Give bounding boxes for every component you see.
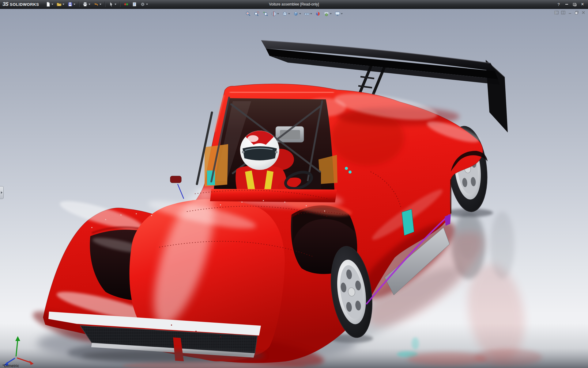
- pane-split-icon: [561, 11, 565, 14]
- window-controls: ? ×: [555, 1, 588, 8]
- view-settings-button[interactable]: [334, 10, 344, 17]
- undo-button[interactable]: [92, 1, 103, 8]
- dropdown-caret-icon[interactable]: [288, 13, 290, 14]
- zoom-fit-button[interactable]: [244, 10, 252, 17]
- dropdown-caret-icon[interactable]: [341, 13, 343, 14]
- pane-left-button[interactable]: [553, 10, 559, 15]
- hide-show-items-button[interactable]: [303, 10, 313, 17]
- minimize-button[interactable]: [563, 1, 570, 8]
- document-window-controls: [553, 10, 586, 15]
- close-button[interactable]: ×: [579, 1, 586, 8]
- edit-appearance-icon: [315, 11, 321, 17]
- view-settings-icon: [335, 11, 340, 17]
- doc-close-button[interactable]: [580, 10, 586, 15]
- open-button[interactable]: [55, 1, 66, 8]
- title-bar: ЗS SOLIDWORKS: [0, 0, 588, 9]
- rebuild-icon: [124, 2, 129, 7]
- previous-view-button[interactable]: [262, 10, 269, 17]
- select-cursor-icon: [109, 2, 114, 7]
- doc-close-icon: [581, 11, 586, 14]
- file-properties-icon: [132, 2, 137, 7]
- select-button[interactable]: [107, 1, 118, 8]
- dropdown-caret-icon[interactable]: [51, 4, 53, 5]
- doc-minimize-icon: [568, 11, 572, 14]
- dropdown-caret-icon[interactable]: [277, 13, 279, 14]
- save-icon: [68, 2, 73, 7]
- options-gear-icon: [140, 2, 145, 7]
- view-orientation-icon: [282, 11, 288, 17]
- open-folder-icon: [57, 2, 62, 7]
- pane-left-icon: [554, 11, 559, 14]
- main-toolbar: [44, 1, 149, 8]
- dropdown-caret-icon[interactable]: [310, 13, 312, 14]
- solidworks-window: ЗS SOLIDWORKS: [0, 0, 588, 368]
- view-orientation-button[interactable]: [281, 10, 291, 17]
- solidworks-logo-icon: ЗS: [2, 2, 8, 7]
- dropdown-caret-icon[interactable]: [74, 4, 75, 5]
- close-icon: ×: [581, 2, 584, 7]
- section-view-button[interactable]: [270, 10, 280, 17]
- new-document-button[interactable]: [44, 1, 55, 8]
- display-style-icon: [293, 11, 299, 17]
- dropdown-caret-icon[interactable]: [89, 4, 90, 5]
- expand-arrow-icon: [1, 191, 2, 194]
- zoom-area-icon: [254, 11, 259, 17]
- toolbar-separator: [79, 2, 79, 7]
- print-button[interactable]: [81, 1, 92, 8]
- solidworks-logo: ЗS SOLIDWORKS: [0, 0, 44, 9]
- heads-up-toolbar: [244, 10, 344, 17]
- section-view-icon: [271, 11, 277, 17]
- pane-split-button[interactable]: [560, 10, 566, 15]
- options-button[interactable]: [139, 1, 149, 8]
- restore-button[interactable]: [571, 1, 578, 8]
- print-icon: [83, 2, 88, 7]
- undo-icon: [94, 2, 99, 7]
- previous-view-icon: [262, 11, 268, 17]
- apply-scene-icon: [324, 11, 329, 17]
- hide-show-icon: [304, 11, 310, 17]
- restore-icon: [573, 3, 576, 6]
- model-scene: [0, 9, 588, 368]
- zoom-area-button[interactable]: [253, 10, 260, 17]
- save-button[interactable]: [66, 1, 77, 8]
- new-document-icon: [46, 2, 51, 7]
- dropdown-caret-icon[interactable]: [299, 13, 301, 14]
- minimize-icon: [565, 4, 568, 5]
- view-orientation-label: *Dimetric: [2, 363, 19, 368]
- file-properties-button[interactable]: [130, 1, 138, 8]
- edit-appearance-button[interactable]: [314, 10, 322, 17]
- display-style-button[interactable]: [292, 10, 302, 17]
- toolbar-separator: [105, 2, 105, 7]
- dropdown-caret-icon[interactable]: [62, 4, 64, 5]
- dropdown-caret-icon[interactable]: [115, 4, 116, 5]
- doc-minimize-button[interactable]: [567, 10, 573, 15]
- rebuild-button[interactable]: [122, 1, 130, 8]
- apply-scene-button[interactable]: [323, 10, 333, 17]
- zoom-fit-icon: [245, 11, 251, 17]
- feature-panel-tab[interactable]: [0, 186, 4, 199]
- doc-restore-icon: [575, 11, 579, 14]
- doc-restore-button[interactable]: [574, 10, 579, 15]
- dropdown-caret-icon[interactable]: [100, 4, 101, 5]
- dropdown-caret-icon[interactable]: [146, 4, 148, 5]
- dropdown-caret-icon[interactable]: [330, 13, 332, 14]
- toolbar-separator: [120, 2, 120, 7]
- help-button[interactable]: ?: [555, 1, 562, 8]
- graphics-area[interactable]: *Dimetric: [0, 9, 588, 368]
- solidworks-logo-text: SOLIDWORKS: [10, 2, 39, 7]
